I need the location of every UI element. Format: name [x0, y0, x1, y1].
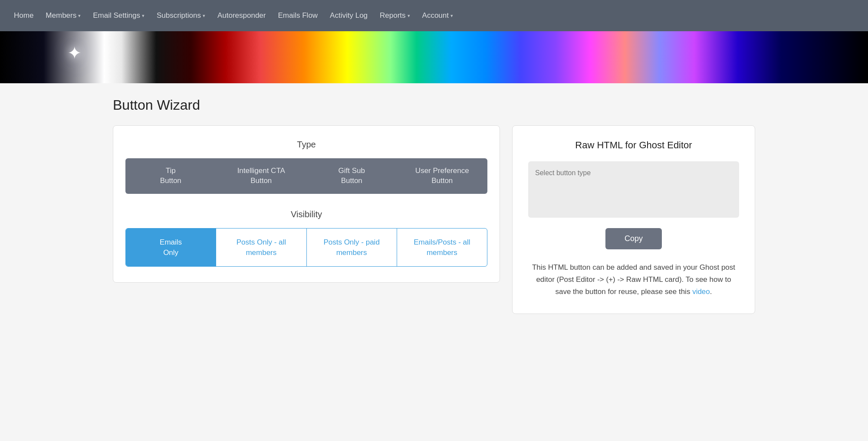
description-text: This HTML button can be added and saved … — [528, 261, 739, 298]
visibility-button-emails[interactable]: EmailsOnly — [126, 229, 216, 267]
type-button-gift-sub[interactable]: Gift SubButton — [306, 158, 397, 194]
page-content: Button Wizard Type TipButtonIntelligent … — [95, 83, 773, 328]
page-title: Button Wizard — [113, 97, 755, 113]
type-button-group: TipButtonIntelligent CTAButtonGift SubBu… — [125, 158, 487, 194]
right-card-title: Raw HTML for Ghost Editor — [528, 140, 739, 151]
star-icon: ✦ — [67, 44, 82, 62]
nav-item-home[interactable]: Home — [14, 11, 33, 20]
video-link[interactable]: video — [692, 287, 710, 296]
visibility-section-label: Visibility — [125, 209, 487, 219]
nav-item-account[interactable]: Account ▾ — [422, 11, 453, 20]
chevron-down-icon: ▾ — [450, 13, 453, 19]
visibility-button-posts-only---all[interactable]: Posts Only - allmembers — [216, 229, 306, 267]
nav-item-subscriptions[interactable]: Subscriptions ▾ — [157, 11, 205, 20]
nav-item-emails-flow[interactable]: Emails Flow — [278, 11, 318, 20]
visibility-button-posts-only---paid[interactable]: Posts Only - paidmembers — [307, 229, 397, 267]
nav-item-autoresponder[interactable]: Autoresponder — [217, 11, 266, 20]
banner: ✦ — [0, 31, 868, 83]
html-output-textarea[interactable] — [528, 161, 739, 218]
chevron-down-icon: ▾ — [408, 13, 410, 19]
nav-item-members[interactable]: Members ▾ — [46, 11, 81, 20]
nav-item-activity-log[interactable]: Activity Log — [330, 11, 368, 20]
chevron-down-icon: ▾ — [78, 13, 81, 19]
chevron-down-icon: ▾ — [142, 13, 145, 19]
chevron-down-icon: ▾ — [203, 13, 205, 19]
nav-item-email-settings[interactable]: Email Settings ▾ — [93, 11, 145, 20]
visibility-button-group: EmailsOnlyPosts Only - allmembersPosts O… — [125, 228, 487, 267]
right-card: Raw HTML for Ghost Editor Copy This HTML… — [512, 125, 755, 314]
main-layout: Type TipButtonIntelligent CTAButtonGift … — [113, 125, 755, 314]
type-button-user-preference[interactable]: User PreferenceButton — [397, 158, 488, 194]
nav-item-reports[interactable]: Reports ▾ — [380, 11, 410, 20]
left-card: Type TipButtonIntelligent CTAButtonGift … — [113, 125, 500, 283]
copy-button[interactable]: Copy — [605, 228, 662, 249]
type-section-label: Type — [125, 140, 487, 150]
type-button-intelligent-cta[interactable]: Intelligent CTAButton — [216, 158, 307, 194]
visibility-button-emails/posts---all[interactable]: Emails/Posts - allmembers — [397, 229, 487, 267]
type-button-tip[interactable]: TipButton — [125, 158, 216, 194]
navbar: HomeMembers ▾Email Settings ▾Subscriptio… — [0, 0, 868, 31]
